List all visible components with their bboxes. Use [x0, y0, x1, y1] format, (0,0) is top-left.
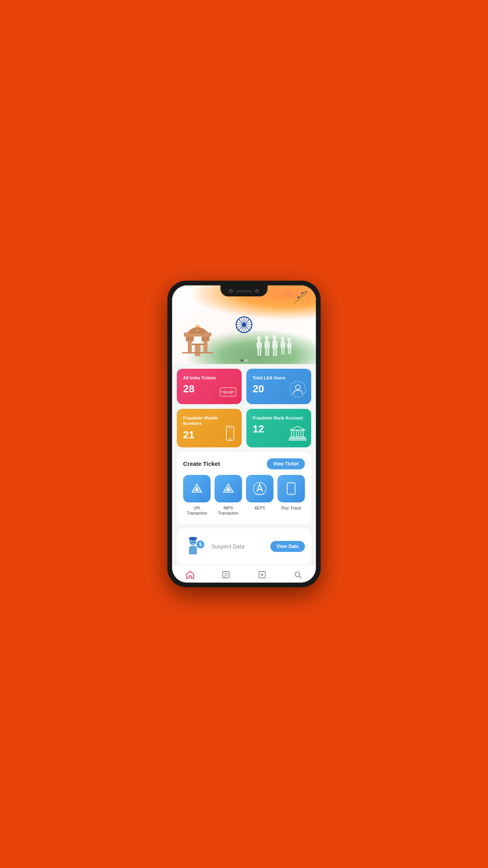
- banner-dots: [241, 359, 248, 362]
- stats-grid: All India Tickets 28 TICKET Total LEA Us…: [172, 364, 316, 452]
- imps-icon-box: [215, 475, 242, 502]
- phone-icon: [223, 425, 237, 443]
- hero-banner: [172, 285, 316, 364]
- svg-text:AADHAAR: AADHAAR: [255, 493, 265, 495]
- airplanes: [281, 291, 312, 313]
- nav-home[interactable]: [181, 568, 200, 581]
- svg-rect-65: [290, 437, 305, 438]
- svg-point-78: [191, 541, 193, 542]
- svg-rect-62: [292, 430, 294, 437]
- svg-rect-49: [287, 343, 288, 348]
- user-icon: [289, 381, 306, 399]
- svg-rect-26: [261, 342, 262, 348]
- phone-frame: All India Tickets 28 TICKET Total LEA Us…: [167, 281, 321, 587]
- ticket-types-list: UPI Transaction IMPS Transaction: [183, 475, 305, 517]
- search-icon: [293, 570, 303, 579]
- svg-point-35: [273, 335, 277, 340]
- ticket-type-imps[interactable]: IMPS Transaction: [215, 475, 242, 516]
- svg-rect-28: [260, 349, 261, 356]
- svg-point-7: [196, 325, 200, 329]
- india-gate-icon: [180, 313, 215, 356]
- all-india-tickets-label: All India Tickets: [183, 375, 235, 381]
- svg-rect-39: [273, 349, 275, 356]
- svg-rect-64: [301, 430, 303, 437]
- imps-label: IMPS Transaction: [215, 506, 242, 516]
- report-fraud-icon-box: [277, 475, 305, 502]
- ashok-chakra: [234, 315, 254, 335]
- svg-rect-25: [257, 342, 258, 348]
- svg-rect-60: [228, 428, 232, 428]
- total-lea-users-label: Total LEA Users: [253, 375, 305, 381]
- fraudster-mobile-card[interactable]: Fraudster Mobile Numbers 21: [177, 409, 242, 447]
- svg-point-23: [257, 336, 261, 341]
- svg-rect-45: [281, 348, 283, 355]
- svg-rect-52: [290, 349, 291, 354]
- nav-search[interactable]: [288, 568, 307, 581]
- upi-label: UPI Transaction: [183, 506, 211, 516]
- svg-rect-66: [289, 439, 306, 440]
- svg-rect-1: [188, 340, 192, 352]
- all-india-tickets-card[interactable]: All India Tickets 28 TICKET: [177, 369, 242, 404]
- nav-create-ticket[interactable]: [253, 568, 272, 581]
- create-ticket-title: Create Ticket: [183, 460, 220, 467]
- svg-rect-2: [204, 340, 207, 352]
- screen-content: All India Tickets 28 TICKET Total LEA Us…: [172, 285, 316, 583]
- svg-point-47: [288, 338, 291, 342]
- fraudster-mobile-label: Fraudster Mobile Numbers: [183, 415, 235, 427]
- svg-rect-42: [281, 340, 284, 348]
- aeps-icon-box: AADHAAR: [246, 475, 273, 502]
- svg-rect-38: [276, 341, 278, 348]
- ticket-type-report-fraud[interactable]: Rep. Fraud: [277, 475, 305, 516]
- nav-my-tickets[interactable]: [216, 568, 235, 581]
- svg-text:$: $: [199, 542, 202, 547]
- bank-icon: [289, 425, 306, 443]
- svg-marker-61: [290, 426, 305, 430]
- svg-rect-83: [190, 537, 196, 539]
- svg-rect-27: [257, 349, 259, 356]
- svg-rect-51: [288, 349, 289, 354]
- svg-point-75: [291, 492, 292, 493]
- suspect-data-label: Suspect Data: [211, 543, 266, 550]
- report-fraud-label: Rep. Fraud: [281, 506, 301, 511]
- create-ticket-icon: [257, 570, 267, 579]
- suspect-icon: $: [183, 535, 207, 558]
- svg-rect-33: [265, 349, 267, 356]
- svg-point-29: [265, 335, 269, 340]
- create-ticket-header: Create Ticket View Ticket: [183, 458, 305, 469]
- bottom-navigation: [172, 565, 316, 583]
- front-sensor: [255, 289, 259, 293]
- soldiers-silhouette: [253, 335, 304, 358]
- svg-rect-37: [272, 341, 274, 348]
- notch: [220, 285, 268, 296]
- svg-rect-9: [182, 352, 213, 353]
- fraudster-bank-card[interactable]: Fraudster Bank Account 12: [246, 409, 311, 447]
- ticket-type-aeps[interactable]: AADHAAR AEPS: [246, 475, 273, 516]
- svg-point-79: [194, 541, 195, 542]
- svg-rect-31: [264, 342, 266, 348]
- dot-2: [245, 359, 248, 362]
- ticket-type-upi[interactable]: UPI Transaction: [183, 475, 211, 516]
- aeps-label: AEPS: [255, 506, 265, 511]
- svg-rect-43: [281, 342, 282, 348]
- speaker: [236, 290, 252, 292]
- total-lea-users-card[interactable]: Total LEA Users 20: [246, 369, 311, 404]
- svg-rect-44: [284, 342, 285, 348]
- dot-1: [241, 359, 243, 362]
- svg-rect-50: [290, 343, 292, 348]
- view-data-button[interactable]: View Data: [270, 541, 305, 552]
- svg-point-41: [281, 337, 284, 340]
- front-camera: [229, 289, 233, 293]
- create-ticket-section: Create Ticket View Ticket UPI T: [177, 452, 311, 524]
- svg-point-59: [229, 438, 231, 440]
- my-tickets-icon: [221, 570, 231, 579]
- svg-rect-40: [275, 349, 277, 356]
- view-ticket-button[interactable]: View Ticket: [267, 458, 305, 469]
- phone-screen: All India Tickets 28 TICKET Total LEA Us…: [172, 285, 316, 583]
- home-icon: [185, 570, 195, 579]
- svg-rect-6: [190, 331, 205, 334]
- fraudster-bank-label: Fraudster Bank Account: [253, 415, 305, 421]
- svg-rect-32: [268, 342, 270, 348]
- svg-rect-63: [296, 430, 299, 437]
- ticket-icon: TICKET: [219, 386, 237, 399]
- suspect-data-section: $ Suspect Data View Data: [177, 528, 311, 565]
